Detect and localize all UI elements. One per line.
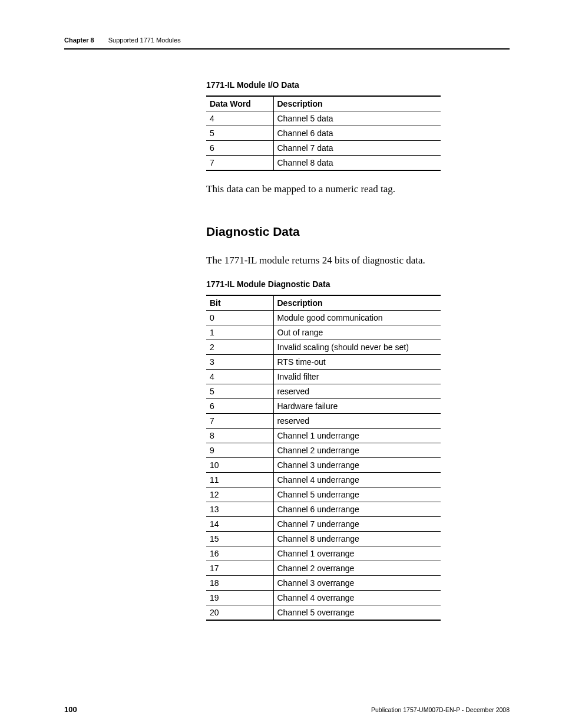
cell-value: Channel 2 underrange	[273, 443, 441, 457]
diag-header-description: Description	[273, 295, 441, 311]
diag-data-table: Bit Description 0Module good communicati…	[206, 295, 441, 621]
diagnostic-heading: Diagnostic Data	[206, 225, 441, 239]
page-content: 1771-IL Module I/O Data Data Word Descri…	[206, 80, 441, 621]
table-row: 8Channel 1 underrange	[206, 428, 441, 443]
cell-key: 12	[206, 487, 273, 502]
cell-value: Channel 8 underrange	[273, 531, 441, 546]
cell-value: Module good communication	[273, 310, 441, 325]
cell-key: 4	[206, 369, 273, 384]
cell-value: Channel 1 underrange	[273, 428, 441, 443]
table-row: 9Channel 2 underrange	[206, 443, 441, 457]
table-row: 12Channel 5 underrange	[206, 487, 441, 502]
cell-key: 10	[206, 457, 273, 472]
cell-value: Channel 3 overrange	[273, 575, 441, 590]
cell-key: 3	[206, 354, 273, 369]
page-footer: 100 Publication 1757-UM007D-EN-P - Decem…	[64, 705, 510, 714]
page-number: 100	[64, 705, 77, 714]
table-row: 16Channel 1 overrange	[206, 546, 441, 561]
cell-value: Invalid scaling (should never be set)	[273, 340, 441, 354]
table-row: 1Out of range	[206, 325, 441, 340]
cell-key: 15	[206, 531, 273, 546]
cell-value: Channel 7 underrange	[273, 516, 441, 531]
table-row: 13Channel 6 underrange	[206, 502, 441, 516]
cell-value: Channel 5 data	[273, 111, 441, 126]
chapter-label: Chapter 8	[64, 37, 94, 44]
cell-value: Hardware failure	[273, 398, 441, 413]
table-row: 4Channel 5 data	[206, 111, 441, 126]
cell-value: Channel 1 overrange	[273, 546, 441, 561]
cell-value: Channel 4 underrange	[273, 472, 441, 487]
cell-key: 6	[206, 141, 273, 156]
table-row: 7reserved	[206, 413, 441, 428]
cell-value: Channel 8 data	[273, 156, 441, 171]
cell-key: 0	[206, 310, 273, 325]
cell-value: Channel 4 overrange	[273, 590, 441, 605]
cell-key: 4	[206, 111, 273, 126]
table-row: 3RTS time-out	[206, 354, 441, 369]
table-row: 5Channel 6 data	[206, 126, 441, 141]
cell-value: reserved	[273, 384, 441, 398]
io-header-description: Description	[273, 96, 441, 111]
cell-key: 9	[206, 443, 273, 457]
table-row: 5reserved	[206, 384, 441, 398]
table-row: 10Channel 3 underrange	[206, 457, 441, 472]
table-row: 20Channel 5 overrange	[206, 605, 441, 620]
table-row: 15Channel 8 underrange	[206, 531, 441, 546]
table-row: 17Channel 2 overrange	[206, 561, 441, 575]
cell-value: Channel 7 data	[273, 141, 441, 156]
cell-key: 8	[206, 428, 273, 443]
cell-key: 14	[206, 516, 273, 531]
cell-value: Channel 2 overrange	[273, 561, 441, 575]
cell-key: 11	[206, 472, 273, 487]
cell-key: 5	[206, 384, 273, 398]
cell-value: Channel 5 underrange	[273, 487, 441, 502]
cell-key: 13	[206, 502, 273, 516]
table-row: 14Channel 7 underrange	[206, 516, 441, 531]
cell-value: Invalid filter	[273, 369, 441, 384]
diag-table-title: 1771-IL Module Diagnostic Data	[206, 279, 441, 289]
cell-value: RTS time-out	[273, 354, 441, 369]
diagnostic-intro: The 1771-IL module returns 24 bits of di…	[206, 254, 441, 268]
page-header: Chapter 8 Supported 1771 Modules	[64, 37, 510, 44]
io-table-body: 4Channel 5 data5Channel 6 data6Channel 7…	[206, 111, 441, 171]
table-row: 0Module good communication	[206, 310, 441, 325]
cell-value: reserved	[273, 413, 441, 428]
publication-info: Publication 1757-UM007D-EN-P - December …	[371, 706, 510, 713]
cell-key: 19	[206, 590, 273, 605]
cell-key: 16	[206, 546, 273, 561]
cell-value: Channel 6 data	[273, 126, 441, 141]
io-data-table: Data Word Description 4Channel 5 data5Ch…	[206, 95, 441, 171]
cell-key: 1	[206, 325, 273, 340]
io-table-title: 1771-IL Module I/O Data	[206, 80, 441, 90]
cell-key: 18	[206, 575, 273, 590]
cell-key: 7	[206, 156, 273, 171]
io-header-dataword: Data Word	[206, 96, 273, 111]
diag-header-bit: Bit	[206, 295, 273, 311]
cell-value: Channel 5 overrange	[273, 605, 441, 620]
cell-value: Out of range	[273, 325, 441, 340]
diag-table-body: 0Module good communication1Out of range2…	[206, 310, 441, 620]
cell-key: 17	[206, 561, 273, 575]
table-row: 7Channel 8 data	[206, 156, 441, 171]
table-row: 19Channel 4 overrange	[206, 590, 441, 605]
cell-key: 6	[206, 398, 273, 413]
cell-key: 5	[206, 126, 273, 141]
header-rule	[64, 48, 510, 50]
cell-key: 2	[206, 340, 273, 354]
cell-key: 7	[206, 413, 273, 428]
chapter-title: Supported 1771 Modules	[108, 37, 181, 44]
cell-key: 20	[206, 605, 273, 620]
cell-value: Channel 6 underrange	[273, 502, 441, 516]
io-caption-text: This data can be mapped to a numeric rea…	[206, 183, 441, 196]
table-row: 11Channel 4 underrange	[206, 472, 441, 487]
table-row: 6Channel 7 data	[206, 141, 441, 156]
table-row: 2Invalid scaling (should never be set)	[206, 340, 441, 354]
table-row: 18Channel 3 overrange	[206, 575, 441, 590]
table-row: 4Invalid filter	[206, 369, 441, 384]
table-row: 6Hardware failure	[206, 398, 441, 413]
cell-value: Channel 3 underrange	[273, 457, 441, 472]
